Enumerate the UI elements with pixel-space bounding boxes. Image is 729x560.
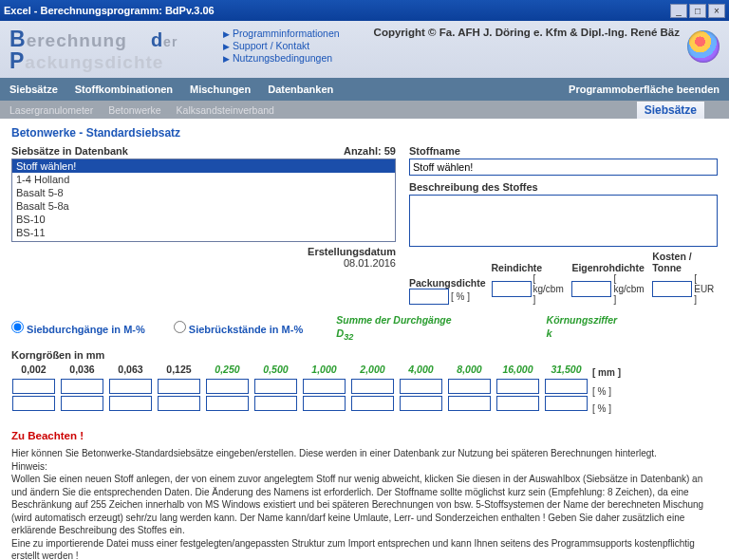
list-item[interactable]: Basalt 5-8a — [12, 199, 395, 213]
subnav-context: Siebsätze — [637, 102, 704, 119]
header-links: ▶Programminformationen ▶Support / Kontak… — [223, 27, 356, 65]
nav-siebsaetze[interactable]: Siebsätze — [9, 84, 58, 95]
korngroessen-label: Korngrößen in mm — [11, 349, 718, 361]
sieve-input-row1[interactable] — [496, 379, 539, 394]
copyright-text: Copyright © Fa. AFH J. Döring e. Kfm & D… — [356, 27, 680, 38]
summe-durchgaenge-label: Summe der Durchgänge — [336, 314, 451, 326]
d32-label: D32 — [336, 327, 451, 342]
app-header: Berechnung der Packungsdichte ▶Programmi… — [0, 21, 729, 78]
app-logo: Berechnung der Packungsdichte — [9, 27, 223, 74]
minimize-button[interactable]: _ — [670, 4, 687, 18]
link-support[interactable]: ▶Support / Kontakt — [223, 40, 356, 51]
sieve-input-row1[interactable] — [303, 379, 346, 394]
close-button[interactable]: × — [708, 4, 725, 18]
list-item[interactable]: 1-4 Holland — [12, 173, 395, 186]
sieve-size: 0,250 — [215, 364, 239, 375]
link-programminfo[interactable]: ▶Programminformationen — [223, 28, 356, 39]
window-titlebar: Excel - Berechnungsprogramm: BdPv.3.06 _… — [0, 0, 729, 21]
sieve-size: 4,000 — [408, 364, 433, 375]
subnav-kalksandsteinverband[interactable]: Kalksandsteinverband — [177, 104, 274, 116]
reindichte-label: Reindichte — [492, 262, 567, 273]
window-title: Excel - Berechnungsprogramm: BdPv.3.06 — [4, 5, 668, 16]
sieve-size: 8,000 — [457, 364, 481, 375]
sieve-input-row1[interactable] — [12, 379, 55, 394]
sieve-size: 16,000 — [502, 364, 533, 375]
notice-title: Zu Beachten ! — [11, 430, 718, 441]
packungsdichte-label: Packungsdichte — [409, 277, 486, 289]
sub-nav: Lasergranulometer Betonwerke Kalksandste… — [0, 101, 729, 119]
sieve-size: 0,002 — [21, 364, 46, 375]
beschreibung-input[interactable] — [409, 195, 718, 247]
sieve-input-row1[interactable] — [206, 379, 249, 394]
kosten-input[interactable] — [652, 281, 692, 297]
stoffname-label: Stoffname — [409, 145, 718, 157]
sieve-input-row2[interactable] — [12, 396, 55, 411]
nav-mischungen[interactable]: Mischungen — [190, 84, 251, 95]
notice-body: Hier können Sie Betonwerke-Standardsiebs… — [11, 447, 718, 560]
sieve-input-row1[interactable] — [109, 379, 152, 394]
sieve-size: 31,500 — [551, 364, 581, 375]
list-item[interactable]: Basalt 5-8 — [12, 186, 395, 199]
sieve-input-row2[interactable] — [158, 396, 200, 411]
erstellungsdatum-value: 08.01.2016 — [11, 257, 396, 269]
sieve-input-row1[interactable] — [448, 379, 491, 394]
list-item[interactable]: Stoff wählen! — [12, 159, 395, 173]
siebsatz-listbox[interactable]: Stoff wählen! 1-4 Holland Basalt 5-8 Bas… — [11, 159, 396, 242]
sieve-input-row1[interactable] — [400, 379, 442, 394]
radio-durchgaenge[interactable]: Siebdurchgänge in M-% — [11, 321, 145, 335]
app-icon — [687, 30, 720, 63]
maximize-button[interactable]: □ — [689, 4, 706, 18]
db-count: 59 — [384, 145, 396, 157]
sieve-input-row1[interactable] — [254, 379, 297, 394]
sieve-size: 0,063 — [118, 364, 142, 375]
sieve-input-row1[interactable] — [351, 379, 394, 394]
radio-rueckstaende[interactable]: Siebrückstände in M-% — [174, 321, 303, 335]
erstellungsdatum-label: Erstellungsdatum — [308, 246, 396, 257]
link-nutzungsbedingungen[interactable]: ▶Nutzungsbedingungen — [223, 52, 356, 64]
sieve-input-row2[interactable] — [254, 396, 297, 411]
sieve-input-row1[interactable] — [545, 379, 588, 394]
packungsdichte-input[interactable] — [409, 289, 449, 305]
sieve-input-row2[interactable] — [351, 396, 394, 411]
nav-stoffkombinationen[interactable]: Stoffkombinationen — [75, 84, 173, 95]
sieve-table: 0,0020,0360,0630,1250,2500,5001,0002,000… — [11, 364, 718, 417]
eigenrohdichte-label: Eigenrohdichte — [571, 262, 646, 273]
main-nav: Siebsätze Stoffkombinationen Mischungen … — [0, 78, 729, 101]
db-label: Siebsätze in Datenbank — [11, 145, 128, 157]
nav-beenden[interactable]: Programmoberfläche beenden — [569, 84, 720, 95]
reindichte-input[interactable] — [492, 281, 532, 297]
sieve-input-row2[interactable] — [61, 396, 103, 411]
list-item[interactable]: BS-11 — [12, 226, 395, 239]
beschreibung-label: Beschreibung des Stoffes — [409, 181, 718, 193]
sieve-input-row2[interactable] — [400, 396, 442, 411]
koernungsziffer-label: Körnungsziffer — [547, 314, 617, 326]
sieve-size: 0,500 — [263, 364, 288, 375]
list-item[interactable]: BS-12 — [12, 239, 395, 242]
section-title: Betonwerke - Standardsiebsatz — [11, 126, 718, 140]
sieve-size: 1,000 — [311, 364, 336, 375]
sieve-size: 0,036 — [69, 364, 94, 375]
kosten-label: Kosten / Tonne — [652, 251, 718, 273]
subnav-lasergranulometer[interactable]: Lasergranulometer — [9, 104, 93, 116]
sieve-input-row1[interactable] — [158, 379, 200, 394]
list-item[interactable]: BS-10 — [12, 213, 395, 226]
sieve-size: 0,125 — [166, 364, 191, 375]
sieve-input-row2[interactable] — [448, 396, 491, 411]
sieve-input-row2[interactable] — [545, 396, 588, 411]
sieve-input-row2[interactable] — [206, 396, 249, 411]
stoffname-input[interactable] — [409, 159, 718, 176]
sieve-size: 2,000 — [360, 364, 384, 375]
sieve-input-row1[interactable] — [61, 379, 103, 394]
eigenrohdichte-input[interactable] — [571, 281, 611, 297]
sieve-input-row2[interactable] — [109, 396, 152, 411]
nav-datenbanken[interactable]: Datenbanken — [268, 84, 333, 95]
sieve-input-row2[interactable] — [303, 396, 346, 411]
sieve-input-row2[interactable] — [496, 396, 539, 411]
subnav-betonwerke[interactable]: Betonwerke — [108, 104, 160, 116]
k-label: k — [547, 327, 617, 339]
